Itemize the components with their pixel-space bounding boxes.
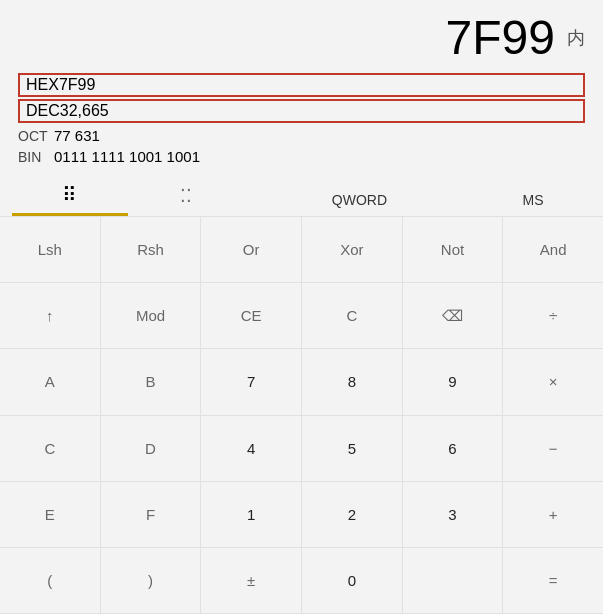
btn-row-4: C D 4 5 6 − bbox=[0, 416, 603, 482]
bin-value: 0111 1111 1001 1001 bbox=[54, 148, 200, 165]
bin-label: BIN bbox=[18, 149, 54, 165]
btn-or[interactable]: Or bbox=[201, 217, 302, 283]
btn-row-1: Lsh Rsh Or Xor Not And bbox=[0, 217, 603, 283]
btn-row-6: ( ) ± 0 = bbox=[0, 548, 603, 614]
dec-value: 32,665 bbox=[60, 102, 109, 120]
side-label: 内 bbox=[567, 26, 585, 50]
btn-multiply[interactable]: × bbox=[503, 349, 603, 415]
btn-mod[interactable]: Mod bbox=[101, 283, 202, 349]
main-value-row: 7F99 内 bbox=[18, 10, 585, 65]
oct-label: OCT bbox=[18, 128, 54, 144]
btn-equals[interactable]: = bbox=[503, 548, 603, 614]
dots-mode-btn[interactable]: ⁚⁚ bbox=[128, 178, 244, 216]
btn-1[interactable]: 1 bbox=[201, 482, 302, 548]
btn-6[interactable]: 6 bbox=[403, 416, 504, 482]
btn-xor[interactable]: Xor bbox=[302, 217, 403, 283]
btn-0[interactable]: 0 bbox=[302, 548, 403, 614]
num-systems: HEX 7F99 DEC 32,665 OCT 77 631 BIN 0111 … bbox=[0, 69, 603, 173]
btn-rsh[interactable]: Rsh bbox=[101, 217, 202, 283]
btn-row-2: ↑ Mod CE C ⌫ ÷ bbox=[0, 283, 603, 349]
hex-value: 7F99 bbox=[59, 76, 95, 94]
btn-close-paren[interactable]: ) bbox=[101, 548, 202, 614]
dec-label: DEC bbox=[26, 102, 60, 120]
btn-3[interactable]: 3 bbox=[403, 482, 504, 548]
btn-8[interactable]: 8 bbox=[302, 349, 403, 415]
mode-row: ⠿ ⁚⁚ QWORD MS bbox=[0, 173, 603, 217]
btn-not[interactable]: Not bbox=[403, 217, 504, 283]
numpad-mode-btn[interactable]: ⠿ bbox=[12, 177, 128, 216]
btn-d[interactable]: D bbox=[101, 416, 202, 482]
btn-lsh[interactable]: Lsh bbox=[0, 217, 101, 283]
btn-ce[interactable]: CE bbox=[201, 283, 302, 349]
btn-9[interactable]: 9 bbox=[403, 349, 504, 415]
main-display: 7F99 bbox=[446, 10, 555, 65]
calc-body: ⠿ ⁚⁚ QWORD MS Lsh Rsh Or Xor Not And ↑ M… bbox=[0, 173, 603, 614]
btn-b[interactable]: B bbox=[101, 349, 202, 415]
btn-row-5: E F 1 2 3 + bbox=[0, 482, 603, 548]
btn-negate[interactable]: ± bbox=[201, 548, 302, 614]
btn-5[interactable]: 5 bbox=[302, 416, 403, 482]
btn-c-hex[interactable]: C bbox=[0, 416, 101, 482]
ms-button[interactable]: MS bbox=[475, 184, 591, 216]
btn-f[interactable]: F bbox=[101, 482, 202, 548]
btn-4[interactable]: 4 bbox=[201, 416, 302, 482]
btn-shift-up[interactable]: ↑ bbox=[0, 283, 101, 349]
button-grid: Lsh Rsh Or Xor Not And ↑ Mod CE C ⌫ ÷ A … bbox=[0, 217, 603, 614]
btn-backspace[interactable]: ⌫ bbox=[403, 283, 504, 349]
btn-row-3: A B 7 8 9 × bbox=[0, 349, 603, 415]
hex-row[interactable]: HEX 7F99 bbox=[18, 73, 585, 97]
btn-c[interactable]: C bbox=[302, 283, 403, 349]
display-area: 7F99 内 bbox=[0, 0, 603, 69]
numpad-icon: ⠿ bbox=[62, 184, 77, 206]
qword-selector[interactable]: QWORD bbox=[244, 184, 476, 216]
btn-a[interactable]: A bbox=[0, 349, 101, 415]
btn-7[interactable]: 7 bbox=[201, 349, 302, 415]
hex-label: HEX bbox=[26, 76, 59, 94]
btn-open-paren[interactable]: ( bbox=[0, 548, 101, 614]
btn-and[interactable]: And bbox=[503, 217, 603, 283]
bin-row[interactable]: BIN 0111 1111 1001 1001 bbox=[18, 146, 585, 167]
btn-subtract[interactable]: − bbox=[503, 416, 603, 482]
dec-row[interactable]: DEC 32,665 bbox=[18, 99, 585, 123]
btn-empty bbox=[403, 548, 504, 614]
oct-row[interactable]: OCT 77 631 bbox=[18, 125, 585, 146]
dots-icon: ⁚⁚ bbox=[180, 186, 192, 206]
btn-2[interactable]: 2 bbox=[302, 482, 403, 548]
btn-divide[interactable]: ÷ bbox=[503, 283, 603, 349]
btn-e[interactable]: E bbox=[0, 482, 101, 548]
oct-value: 77 631 bbox=[54, 127, 100, 144]
btn-add[interactable]: + bbox=[503, 482, 603, 548]
